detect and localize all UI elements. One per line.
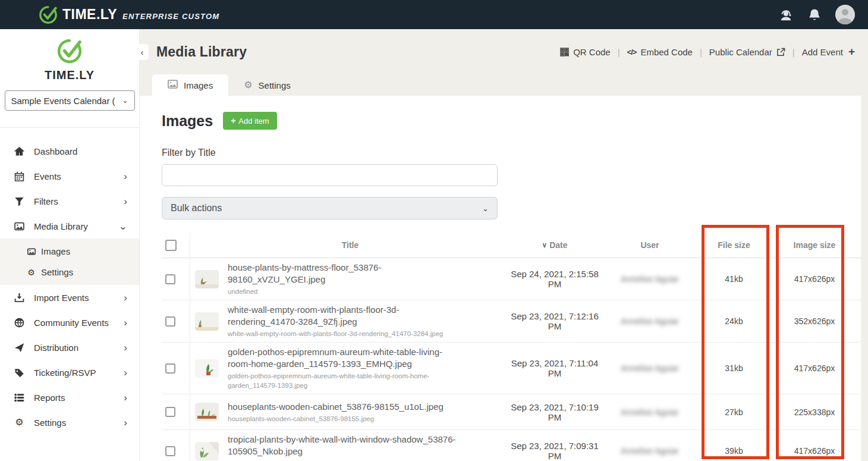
sidebar-item-label: Dashboard: [34, 146, 77, 156]
column-header-date-label: Date: [549, 240, 567, 250]
image-thumbnail[interactable]: [195, 403, 219, 421]
chevron-down-icon: ⌄: [119, 221, 127, 231]
funnel-icon: [14, 196, 25, 206]
table-row: tropical-plants-by-white-wall-with-windo…: [162, 430, 861, 461]
support-icon[interactable]: [778, 7, 794, 23]
sidebar-item-dashboard[interactable]: Dashboard: [0, 139, 139, 164]
sidebar-item-label: Filters: [34, 196, 58, 206]
select-all-checkbox[interactable]: [165, 240, 177, 251]
gear-icon: ⚙: [14, 418, 25, 428]
top-bar: TIME.LY ENTERPRISE CUSTOM: [0, 0, 868, 29]
image-thumbnail[interactable]: [195, 270, 219, 288]
column-header-user[interactable]: User: [599, 240, 700, 250]
image-title[interactable]: house-plants-by-mattress-floor_53876-981…: [228, 262, 466, 286]
sidebar-subitem-images[interactable]: Images: [0, 241, 139, 262]
image-thumbnail[interactable]: [195, 312, 219, 331]
separator: |: [792, 47, 795, 57]
chevron-right-icon: ›: [124, 418, 127, 428]
image-subtitle: undefined: [228, 287, 466, 296]
row-user-blurred: Annelise Aguiar: [621, 363, 678, 373]
import-icon: [14, 293, 25, 303]
sidebar-item-label: Settings: [34, 418, 66, 428]
calendar-selector[interactable]: Sample Events Calendar ( ⌄: [5, 90, 135, 111]
sidebar-item-label: Community Events: [34, 318, 109, 328]
add-item-button[interactable]: + Add item: [223, 112, 277, 130]
image-thumbnail[interactable]: [195, 359, 219, 378]
chevron-left-icon: ‹: [141, 47, 144, 57]
table-row: houseplants-wooden-cabinet_53876-98155_u…: [162, 394, 861, 430]
sidebar-subitem-label: Images: [41, 246, 70, 256]
sidebar-item-events[interactable]: Events ›: [0, 164, 139, 189]
images-panel: Images + Add item Filter by Title Bulk a…: [140, 96, 861, 461]
sidebar-item-reports[interactable]: Reports ›: [0, 385, 139, 410]
column-header-title[interactable]: Title: [190, 240, 510, 250]
page-title: Media Library: [156, 44, 247, 60]
brand-name: TIME.LY: [62, 7, 117, 23]
row-date: Sep 23, 2021, 7:12:16 PM: [510, 311, 599, 331]
row-user-blurred: Annelise Aguiar: [621, 316, 678, 326]
column-header-file-size[interactable]: File size: [700, 240, 768, 250]
sidebar-item-community-events[interactable]: Community Events ›: [0, 310, 139, 335]
brand-edition: ENTERPRISE CUSTOM: [122, 12, 219, 21]
table-row: house-plants-by-mattress-floor_53876-981…: [162, 258, 861, 300]
external-link-icon: [776, 48, 785, 57]
chevron-right-icon: ›: [124, 343, 127, 353]
sidebar-item-import-events[interactable]: Import Events ›: [0, 285, 139, 310]
separator: |: [700, 47, 702, 57]
row-checkbox[interactable]: [165, 363, 175, 374]
chevron-down-icon: ⌄: [122, 96, 128, 105]
sidebar-item-label: Distribution: [34, 343, 78, 353]
row-date: Sep 24, 2021, 2:15:58 PM: [510, 269, 599, 289]
row-checkbox[interactable]: [165, 407, 175, 417]
timely-check-circle-icon: [38, 5, 58, 25]
separator: |: [618, 47, 620, 57]
public-calendar-link[interactable]: Public Calendar: [709, 47, 785, 57]
image-title[interactable]: houseplants-wooden-cabinet_53876-98155_u…: [228, 401, 466, 413]
tag-icon: [14, 368, 25, 378]
action-label: Add Event: [802, 47, 843, 57]
list-icon: [14, 393, 25, 403]
chevron-right-icon: ›: [124, 393, 127, 403]
sidebar-item-distribution[interactable]: Distribution ›: [0, 335, 139, 360]
row-image-size: 417x626px: [768, 363, 861, 373]
row-checkbox[interactable]: [165, 316, 175, 327]
sidebar-item-ticketing-rsvp[interactable]: Ticketing/RSVP ›: [0, 360, 139, 385]
calendar-icon: [14, 171, 25, 181]
timely-logo[interactable]: TIME.LY ENTERPRISE CUSTOM: [38, 5, 219, 25]
tab-label: Images: [184, 80, 213, 90]
filter-by-title-label: Filter by Title: [162, 148, 861, 158]
sidebar-logo-text: TIME.LY: [0, 68, 139, 82]
image-thumbnail[interactable]: [195, 442, 219, 460]
sidebar-divider: [0, 127, 139, 128]
sidebar-collapse-button[interactable]: ‹: [136, 44, 149, 60]
row-file-size: 27kb: [700, 407, 768, 417]
row-checkbox[interactable]: [165, 446, 175, 456]
column-header-date[interactable]: ∨ Date: [510, 240, 599, 250]
embed-code-button[interactable]: </> Embed Code: [627, 47, 693, 57]
sidebar-item-media-library[interactable]: Media Library ⌄: [0, 214, 139, 239]
image-subtitle: white-wall-empty-room-with-plants-floor-…: [228, 329, 466, 338]
user-avatar[interactable]: [835, 5, 855, 24]
sidebar-item-filters[interactable]: Filters ›: [0, 189, 139, 214]
notifications-bell-icon[interactable]: [807, 7, 822, 23]
row-image-size: 417x626px: [768, 274, 861, 284]
image-title[interactable]: white-wall-empty-room-with-plants-floor-…: [228, 304, 466, 328]
row-date: Sep 23, 2021, 7:11:04 PM: [510, 358, 599, 378]
bulk-actions-select[interactable]: Bulk actions ⌄: [162, 197, 498, 219]
tab-settings[interactable]: ⚙ Settings: [228, 74, 306, 96]
sidebar-item-settings[interactable]: ⚙ Settings ›: [0, 410, 139, 435]
tab-bar: Images ⚙ Settings: [152, 74, 306, 96]
sidebar-item-label: Reports: [34, 393, 65, 403]
filter-title-input[interactable]: [162, 164, 498, 186]
add-event-button[interactable]: Add Event +: [802, 45, 855, 58]
column-header-image-size[interactable]: Image size: [768, 240, 861, 250]
code-icon: </>: [627, 48, 637, 57]
image-title[interactable]: golden-pothos-epipremnum-aureum-white-ta…: [228, 346, 466, 370]
sidebar-subitem-settings[interactable]: ⚙ Settings: [0, 262, 139, 283]
qr-code-button[interactable]: QR Code: [560, 47, 611, 57]
row-file-size: 39kb: [700, 446, 768, 456]
tab-images[interactable]: Images: [152, 74, 228, 96]
row-checkbox[interactable]: [165, 274, 175, 284]
row-image-size: 352x626px: [768, 316, 861, 326]
image-title[interactable]: tropical-plants-by-white-wall-with-windo…: [228, 434, 466, 457]
